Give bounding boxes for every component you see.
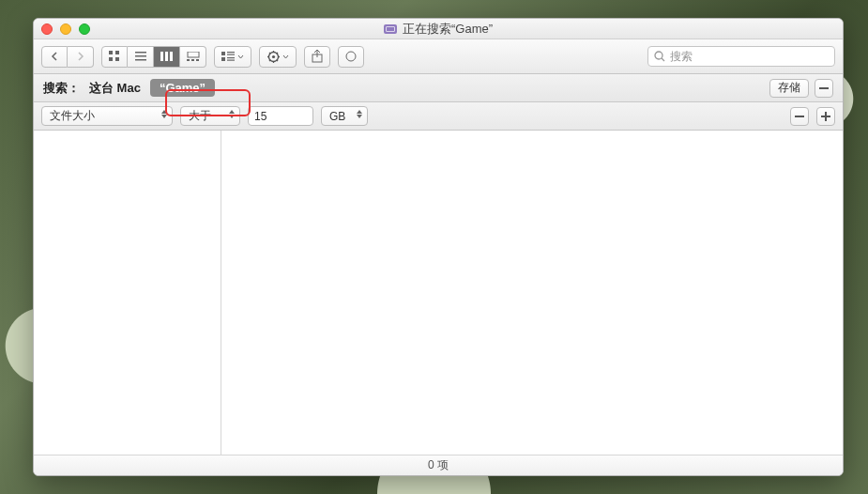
svg-line-34 [662,58,664,61]
svg-rect-14 [221,52,225,55]
chevron-down-icon [237,54,244,59]
svg-line-26 [269,53,270,54]
svg-rect-2 [109,57,113,61]
scope-this-mac[interactable]: 这台 Mac [89,80,141,97]
svg-rect-18 [227,57,235,58]
traffic-lights [41,23,90,35]
svg-rect-15 [227,52,235,53]
close-button[interactable] [41,23,53,35]
gallery-view-button[interactable] [180,46,206,68]
back-button[interactable] [41,46,68,68]
plus-icon [821,112,830,121]
tags-button[interactable] [338,46,364,68]
criteria-value-text: 15 [254,110,266,123]
svg-rect-38 [821,116,830,117]
svg-rect-4 [135,52,146,54]
svg-rect-36 [795,116,804,117]
window-title-text: 正在搜索“Game” [403,21,493,38]
columns-icon [160,52,174,61]
chevron-left-icon [51,52,59,61]
share-icon [312,50,323,63]
scope-current-folder[interactable]: “Game” [150,79,215,97]
svg-rect-17 [221,57,225,61]
save-search-button[interactable]: 存储 [769,79,809,98]
maximize-button[interactable] [79,23,90,35]
share-button[interactable] [304,46,330,68]
svg-point-33 [655,52,662,59]
results-preview-column[interactable] [221,131,843,455]
scope-bar: 搜索： 这台 Mac “Game” 存储 [34,74,843,102]
svg-rect-5 [135,55,146,57]
chevron-right-icon [76,52,84,61]
svg-rect-16 [227,54,235,55]
remove-scope-button[interactable] [815,79,833,98]
svg-rect-12 [191,59,194,61]
minimize-button[interactable] [60,23,71,35]
svg-rect-0 [109,51,113,54]
search-input[interactable]: 搜索 [647,46,835,67]
search-icon [654,51,665,62]
list-icon [135,52,146,61]
minus-icon [795,116,804,117]
icon-view-button[interactable] [101,46,128,68]
finder-window: 正在搜索“Game” [33,18,844,476]
svg-rect-19 [227,60,235,61]
svg-rect-9 [170,52,173,61]
svg-rect-7 [160,52,163,61]
chevron-down-icon [282,54,289,59]
criteria-attribute-select[interactable]: 文件大小 [41,106,173,126]
window-title: 正在搜索“Game” [90,21,786,38]
forward-button[interactable] [68,46,94,68]
grid-icon [109,51,120,62]
group-icon [221,52,235,61]
titlebar: 正在搜索“Game” [34,19,843,39]
item-count: 0 项 [428,457,449,473]
svg-rect-8 [165,52,168,61]
svg-rect-3 [115,57,119,61]
results-sidebar-column[interactable] [34,131,221,455]
svg-rect-10 [188,52,199,57]
svg-line-28 [269,59,270,60]
tag-icon [344,51,358,62]
action-button[interactable] [259,46,297,68]
svg-point-32 [346,52,356,61]
search-placeholder: 搜索 [670,49,693,65]
smart-folder-icon [384,24,397,34]
criteria-attribute-value: 文件大小 [50,108,95,124]
svg-rect-13 [196,59,199,61]
scope-label: 搜索： [43,80,80,97]
criteria-operator-value: 大于 [189,108,211,124]
svg-line-29 [276,53,277,54]
svg-rect-35 [819,87,829,89]
nav-buttons [41,46,94,68]
svg-point-21 [271,54,274,57]
search-criteria-row: 文件大小 大于 15 GB [34,102,843,131]
toolbar: 搜索 [34,39,843,74]
remove-criteria-button[interactable] [790,107,809,126]
svg-line-27 [276,59,277,60]
content-area [34,131,843,455]
gear-icon [267,51,280,63]
svg-rect-1 [115,51,119,54]
criteria-unit-select[interactable]: GB [321,106,368,126]
view-buttons [101,46,206,68]
svg-rect-11 [187,59,190,61]
status-bar: 0 项 [34,455,843,475]
criteria-value-input[interactable]: 15 [248,106,313,126]
minus-icon [819,87,829,89]
gallery-icon [187,52,200,61]
svg-rect-6 [135,59,146,61]
criteria-operator-select[interactable]: 大于 [180,106,240,126]
group-by-button[interactable] [214,46,251,68]
list-view-button[interactable] [128,46,154,68]
criteria-unit-value: GB [329,110,345,123]
add-criteria-button[interactable] [816,107,835,126]
column-view-button[interactable] [154,46,180,68]
